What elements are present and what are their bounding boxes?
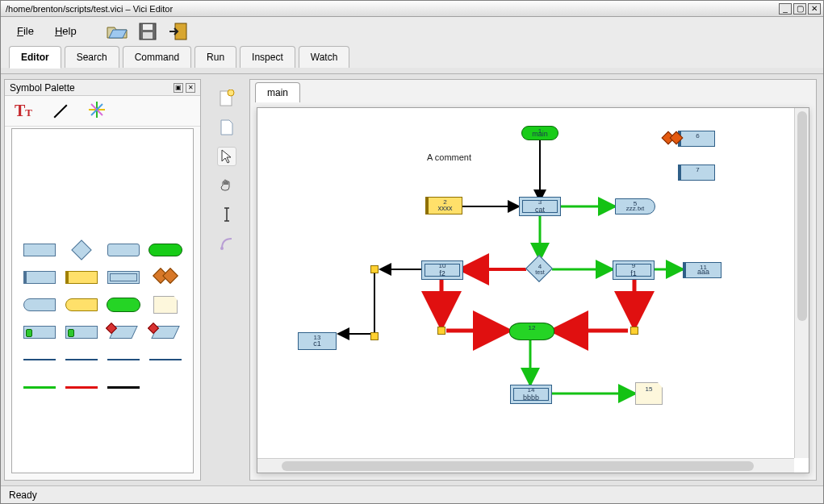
- menu-file[interactable]: File: [9, 22, 42, 40]
- palette-canvas: [11, 128, 194, 473]
- palette-capsule-yellow[interactable]: [62, 294, 101, 316]
- main-tabstrip: Editor Search Command Run Inspect Watch: [1, 45, 823, 68]
- svg-rect-1: [143, 24, 153, 30]
- node-main[interactable]: 1 main: [521, 126, 558, 140]
- tab-watch[interactable]: Watch: [299, 46, 350, 68]
- palette-tagged-rect-2[interactable]: [62, 321, 101, 344]
- node-bbbb[interactable]: 14 bbbb: [510, 385, 552, 404]
- node-cat[interactable]: 3 cat: [519, 197, 561, 216]
- text-cursor-icon[interactable]: [217, 205, 236, 224]
- window-title: /home/brenton/scripts/test.vici – Vici E…: [3, 4, 777, 14]
- svg-point-10: [220, 247, 224, 250]
- node-diamond[interactable]: 4 test: [529, 259, 550, 280]
- palette-line-black[interactable]: [104, 376, 143, 398]
- tab-run[interactable]: Run: [194, 46, 236, 68]
- node-diamond-pair[interactable]: [663, 131, 688, 144]
- palette-rectangle[interactable]: [20, 239, 59, 261]
- node-cylinder[interactable]: 12: [509, 323, 554, 340]
- star-tool-icon[interactable]: [89, 102, 105, 120]
- node-zzz[interactable]: 5 zzz.txt: [615, 198, 655, 215]
- text-tool-icon[interactable]: TT: [15, 102, 32, 120]
- horizontal-scrollbar[interactable]: [257, 458, 794, 473]
- symbol-palette-title: Symbol Palette: [10, 82, 75, 94]
- tab-inspect[interactable]: Inspect: [240, 46, 295, 68]
- maximize-icon[interactable]: ▢: [793, 3, 806, 15]
- line-tool-icon[interactable]: [54, 104, 68, 118]
- node-aaa[interactable]: 11 aaa: [683, 262, 722, 278]
- pointer-tool-icon[interactable]: [217, 147, 236, 166]
- palette-tagged-rect-3[interactable]: [146, 321, 185, 344]
- svg-rect-2: [143, 32, 153, 39]
- palette-line-blue-2[interactable]: [62, 348, 101, 371]
- hand-tool-icon[interactable]: [217, 176, 236, 195]
- open-folder-icon[interactable]: [106, 22, 128, 41]
- palette-line-blue-4[interactable]: [146, 348, 185, 371]
- symbol-palette-panel: Symbol Palette ▣ ✕ TT: [4, 79, 201, 481]
- canvas-comment: A comment: [427, 152, 471, 162]
- node-top-bar-2[interactable]: 7: [678, 165, 715, 181]
- tab-editor[interactable]: Editor: [9, 46, 61, 69]
- connector-3[interactable]: [437, 327, 445, 335]
- svg-point-9: [228, 90, 234, 96]
- palette-diamond-pair[interactable]: [146, 266, 185, 289]
- palette-rounded-rect[interactable]: [104, 239, 143, 261]
- vertical-scrollbar[interactable]: [794, 108, 809, 458]
- node-xxxx[interactable]: 2 xxxx: [425, 197, 462, 215]
- palette-cylinder-green[interactable]: [104, 294, 143, 316]
- palette-line-red[interactable]: [62, 376, 101, 398]
- palette-line-green[interactable]: [20, 376, 59, 398]
- menu-help[interactable]: Help: [47, 22, 85, 40]
- exit-icon[interactable]: [167, 22, 190, 41]
- palette-bar-yellow[interactable]: [62, 266, 101, 289]
- new-page-icon[interactable]: [217, 89, 236, 108]
- palette-tagged-rect-1[interactable]: [20, 321, 59, 344]
- palette-bar-blue[interactable]: [20, 266, 59, 289]
- connector-tool-icon[interactable]: [217, 234, 236, 253]
- connector-4[interactable]: [630, 327, 638, 335]
- node-f1[interactable]: 9 f1: [613, 260, 655, 280]
- palette-line-blue[interactable]: [20, 348, 59, 371]
- page-icon[interactable]: [217, 118, 236, 137]
- palette-pill-green[interactable]: [146, 239, 185, 261]
- palette-double-rect[interactable]: [104, 266, 143, 289]
- tab-command[interactable]: Command: [123, 46, 191, 68]
- minimize-icon[interactable]: _: [779, 3, 792, 15]
- palette-detach-icon[interactable]: ▣: [174, 83, 183, 93]
- node-c1[interactable]: 13 c1: [298, 332, 337, 350]
- palette-diamond[interactable]: [62, 239, 101, 261]
- close-icon[interactable]: ✕: [808, 3, 821, 15]
- connector-2[interactable]: [370, 332, 379, 340]
- save-icon[interactable]: [136, 22, 159, 41]
- palette-line-blue-3[interactable]: [104, 348, 143, 371]
- palette-close-icon[interactable]: ✕: [186, 83, 195, 93]
- palette-skew-red[interactable]: [104, 321, 143, 344]
- tab-search[interactable]: Search: [65, 46, 119, 68]
- palette-capsule-blue[interactable]: [20, 294, 59, 316]
- status-text: Ready: [9, 489, 37, 501]
- palette-note[interactable]: [146, 294, 185, 316]
- connector-1[interactable]: [370, 265, 379, 273]
- doc-tab-main[interactable]: main: [255, 82, 300, 102]
- node-note[interactable]: 15: [635, 382, 663, 405]
- flowchart-canvas[interactable]: A comment 1 main 2 xxxx 3 cat 5: [257, 108, 794, 458]
- node-f2[interactable]: 10 f2: [421, 260, 463, 280]
